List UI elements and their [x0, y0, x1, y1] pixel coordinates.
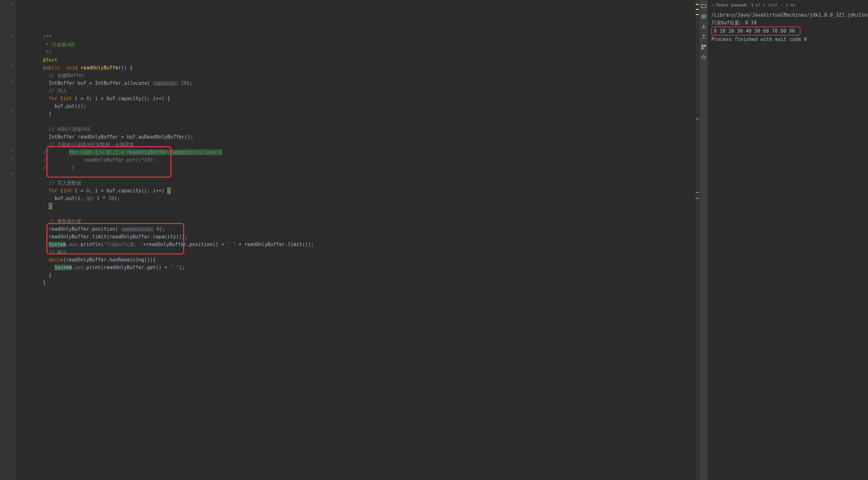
code-line[interactable]: readOnlyBuffer.limit(readOnlyBuffer.capa… — [23, 233, 695, 241]
code-line[interactable]: System.out.print(readOnlyBuffer.get() + … — [23, 264, 695, 271]
code-line[interactable]: * 只读缓冲区 — [23, 41, 695, 49]
code-line[interactable]: // 输出 — [23, 248, 695, 256]
fold-indicator[interactable] — [11, 65, 13, 67]
fold-indicator[interactable] — [11, 109, 13, 111]
screenshot-icon[interactable] — [701, 3, 707, 9]
code-line[interactable]: } — [23, 271, 695, 279]
code-line[interactable]: for (int i = 0; i < buf.capacity(); i++)… — [23, 187, 695, 195]
layout-icon[interactable] — [701, 44, 707, 50]
minimap-marker — [696, 14, 699, 15]
code-line[interactable]: @Test — [23, 56, 695, 64]
svg-rect-0 — [702, 4, 706, 8]
code-line[interactable]: buf.put(i, i: i * 10); — [23, 195, 695, 202]
fold-indicator[interactable] — [11, 80, 13, 82]
code-line[interactable]: // } — [23, 164, 695, 172]
minimap-marker — [696, 118, 699, 119]
svg-point-1 — [703, 16, 704, 18]
fold-indicator[interactable] — [11, 149, 13, 151]
fold-indicator[interactable] — [11, 172, 13, 174]
code-line[interactable]: buf.put(i); — [23, 102, 695, 110]
code-line[interactable] — [23, 172, 695, 179]
code-line[interactable]: // 不能向只读缓冲区写数据，会抛异常 — [23, 141, 695, 148]
test-passed-text: Tests passed: 1 — [716, 3, 753, 7]
camera-icon[interactable] — [701, 13, 707, 19]
console-toolbar — [699, 0, 708, 480]
editor-panel: /** * 只读缓冲区 */@Testpublic void readOnlyB… — [0, 0, 699, 480]
console-line: 只读buf位置: 0 10 — [711, 19, 865, 27]
code-line[interactable]: /** — [23, 33, 695, 41]
console-output[interactable]: /Library/Java/JavaVirtualMachines/jdk1.8… — [708, 10, 868, 44]
code-editor[interactable]: /** * 只读缓冲区 */@Testpublic void readOnlyB… — [16, 0, 695, 480]
console-panel: ✔ Tests passed: 1 of 1 test – 2 ms /Libr… — [708, 0, 868, 480]
console-line: 0 10 20 30 40 50 60 70 80 90 — [711, 27, 865, 36]
minimap-marker — [696, 4, 699, 5]
console-line: Process finished with exit code 0 — [711, 36, 865, 43]
editor-minimap[interactable] — [695, 0, 699, 480]
code-line[interactable]: while(readOnlyBuffer.hasRemaining()){ — [23, 256, 695, 264]
check-icon: ✔ — [711, 3, 714, 7]
svg-rect-3 — [704, 45, 706, 47]
code-line[interactable]: // 重新新位置 — [23, 217, 695, 225]
code-line[interactable]: // 创建Buffer — [23, 72, 695, 79]
svg-rect-4 — [702, 47, 703, 49]
fold-indicator[interactable] — [11, 157, 13, 159]
code-line[interactable]: // 写入新数据 — [23, 179, 695, 187]
code-line[interactable]: IntBuffer buf = IntBuffer.allocate( capa… — [23, 79, 695, 87]
minimap-marker — [696, 198, 699, 199]
code-line[interactable]: // 写入 — [23, 87, 695, 95]
import-icon[interactable] — [701, 34, 707, 40]
code-line[interactable]: // readOnlyBuffer.put(i*10); — [23, 156, 695, 164]
code-line[interactable] — [23, 210, 695, 217]
code-line[interactable]: // for (int i = 0; i < readOnlyBuffer.ca… — [23, 148, 695, 156]
code-line[interactable]: readOnlyBuffer.position( newPosition: 0)… — [23, 225, 695, 233]
editor-gutter[interactable] — [0, 0, 16, 480]
code-line[interactable]: public void readOnlyBuffer() { — [23, 64, 695, 72]
code-line[interactable]: */ — [23, 49, 695, 56]
fold-indicator[interactable] — [11, 3, 13, 5]
test-status-bar: ✔ Tests passed: 1 of 1 test – 2 ms — [708, 0, 868, 10]
svg-rect-2 — [702, 45, 703, 47]
fold-indicator[interactable] — [11, 34, 13, 36]
minimap-marker — [696, 192, 699, 193]
code-line[interactable] — [23, 118, 695, 126]
export-icon[interactable] — [701, 24, 707, 29]
test-count-text: of 1 test – 2 ms — [755, 3, 795, 7]
code-line[interactable]: IntBuffer readOnlyBuffer = buf.asReadOnl… — [23, 133, 695, 141]
console-line: /Library/Java/JavaVirtualMachines/jdk1.8… — [711, 11, 865, 19]
code-line[interactable]: // 得到只读缓冲区 — [23, 126, 695, 133]
code-line[interactable]: for (int i = 0; i < buf.capacity(); i++)… — [23, 95, 695, 102]
code-line[interactable]: } — [23, 110, 695, 118]
code-line[interactable]: } — [23, 279, 695, 287]
code-line[interactable]: System.out.println("只读buf位置: "+readOnlyB… — [23, 241, 695, 248]
code-line[interactable]: } — [23, 202, 695, 210]
pin-icon[interactable] — [701, 55, 707, 60]
minimap-marker — [696, 9, 699, 10]
